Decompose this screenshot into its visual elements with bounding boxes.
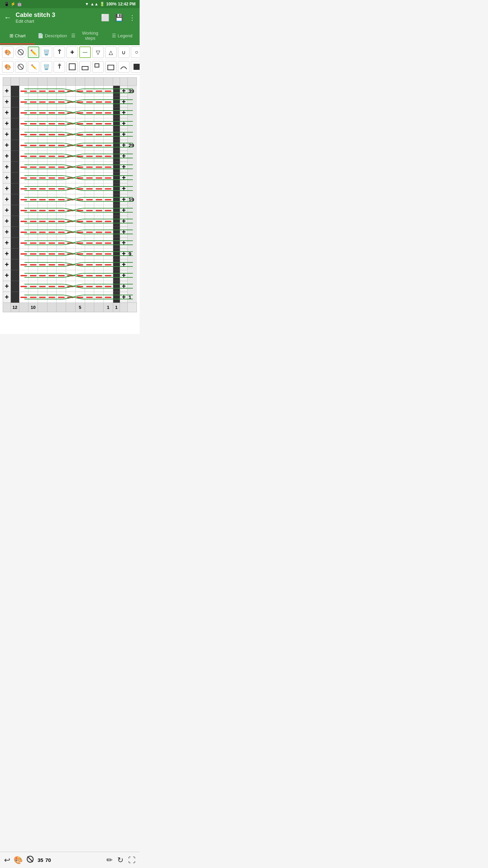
- stitch-cell[interactable]: [85, 227, 94, 238]
- stitch-cell[interactable]: [28, 227, 38, 238]
- stitch-cell[interactable]: [66, 151, 76, 162]
- u-shape-button[interactable]: ∪: [118, 46, 129, 58]
- stitch-cell[interactable]: [103, 140, 113, 151]
- stitch-cell[interactable]: [47, 238, 57, 249]
- stitch-cell[interactable]: [38, 118, 47, 129]
- stitch-cell[interactable]: [19, 118, 28, 129]
- stitch-cell[interactable]: [38, 97, 47, 107]
- plus-right[interactable]: +: [120, 151, 128, 162]
- stitch-cell[interactable]: [57, 205, 66, 216]
- stitch-cell[interactable]: [38, 107, 47, 118]
- stitch-cell[interactable]: [19, 194, 28, 205]
- stitch-cell[interactable]: [47, 183, 57, 194]
- plus-left[interactable]: +: [3, 173, 11, 183]
- stitch-cell[interactable]: [28, 118, 38, 129]
- stitch-cell[interactable]: [19, 173, 28, 183]
- stitch-cell[interactable]: [38, 270, 47, 281]
- plus-left[interactable]: +: [3, 107, 11, 118]
- stitch-cell[interactable]: [75, 140, 85, 151]
- stitch-cell[interactable]: [103, 162, 113, 173]
- stitch-cell[interactable]: [94, 118, 104, 129]
- stitch-cell[interactable]: [38, 238, 47, 249]
- delete-button[interactable]: 🗑️: [41, 46, 52, 58]
- stitch-cell[interactable]: [75, 86, 85, 97]
- stitch-cell[interactable]: [103, 173, 113, 183]
- stitch-cell[interactable]: [94, 259, 104, 270]
- stitch-cell[interactable]: [57, 140, 66, 151]
- stitch-cell[interactable]: [47, 292, 57, 303]
- stitch-cell[interactable]: [94, 129, 104, 140]
- stitch-cell[interactable]: [75, 249, 85, 259]
- stitch-cell[interactable]: [66, 194, 76, 205]
- stitch-cell[interactable]: [19, 227, 28, 238]
- stitch-cell[interactable]: [38, 216, 47, 227]
- stitch-cell[interactable]: [66, 86, 76, 97]
- stitch-cell[interactable]: [28, 162, 38, 173]
- plus-left[interactable]: +: [3, 259, 11, 270]
- chart-area[interactable]: ++39++++++++++29++++++++++19++++++++++9+…: [0, 75, 140, 334]
- stitch-cell[interactable]: [57, 292, 66, 303]
- stitch-cell[interactable]: [19, 238, 28, 249]
- rect-full-button[interactable]: [131, 61, 140, 73]
- stitch-cell[interactable]: [66, 183, 76, 194]
- color-palette2-button[interactable]: 🎨: [2, 61, 14, 73]
- save-icon[interactable]: 💾: [115, 14, 123, 22]
- stitch-cell[interactable]: [94, 270, 104, 281]
- dash-button[interactable]: —: [79, 46, 91, 58]
- stitch-cell[interactable]: [28, 249, 38, 259]
- stitch-cell[interactable]: [85, 162, 94, 173]
- stitch-cell[interactable]: [47, 173, 57, 183]
- stitch-cell[interactable]: [75, 238, 85, 249]
- stitch-cell[interactable]: [66, 162, 76, 173]
- back-button[interactable]: ←: [4, 13, 12, 22]
- plus-right[interactable]: +: [120, 292, 128, 303]
- stitch-cell[interactable]: [38, 129, 47, 140]
- stitch-cell[interactable]: [103, 129, 113, 140]
- rect-open-button[interactable]: [66, 61, 78, 73]
- stitch-cell[interactable]: [75, 162, 85, 173]
- plus-left[interactable]: +: [3, 129, 11, 140]
- stitch-cell[interactable]: [85, 107, 94, 118]
- stitch-cell[interactable]: [28, 107, 38, 118]
- plus-right[interactable]: +: [120, 129, 128, 140]
- rect-bottom-button[interactable]: [79, 61, 91, 73]
- stitch-cell[interactable]: [19, 97, 28, 107]
- plus-left[interactable]: +: [3, 86, 11, 97]
- plus-left[interactable]: +: [3, 205, 11, 216]
- plus-left[interactable]: +: [3, 118, 11, 129]
- no-color-button[interactable]: [15, 46, 26, 58]
- stitch-cell[interactable]: [28, 281, 38, 292]
- stitch-cell[interactable]: [47, 86, 57, 97]
- stitch-cell[interactable]: [85, 205, 94, 216]
- plus-left[interactable]: +: [3, 162, 11, 173]
- stitch-cell[interactable]: [28, 129, 38, 140]
- stitch-cell[interactable]: [47, 270, 57, 281]
- stitch-cell[interactable]: [85, 238, 94, 249]
- stitch-cell[interactable]: [103, 249, 113, 259]
- stitch-cell[interactable]: [57, 238, 66, 249]
- stitch-cell[interactable]: [28, 216, 38, 227]
- stitch-cell[interactable]: [38, 205, 47, 216]
- stitch-cell[interactable]: [103, 107, 113, 118]
- stitch-cell[interactable]: [85, 118, 94, 129]
- stitch-cell[interactable]: [75, 118, 85, 129]
- tab-description[interactable]: 📄 Description: [35, 27, 70, 44]
- stitch-cell[interactable]: [28, 173, 38, 183]
- stitch-cell[interactable]: [47, 162, 57, 173]
- plus-right[interactable]: +: [120, 216, 128, 227]
- stitch-cell[interactable]: [94, 281, 104, 292]
- stitch-cell[interactable]: [38, 183, 47, 194]
- stitch-cell[interactable]: [38, 86, 47, 97]
- plus-right[interactable]: +: [120, 162, 128, 173]
- plus-right[interactable]: +: [120, 107, 128, 118]
- stitch-cell[interactable]: [57, 281, 66, 292]
- tab-chart[interactable]: ⊞ Chart: [0, 27, 35, 44]
- stitch-cell[interactable]: [66, 238, 76, 249]
- stitch-cell[interactable]: [85, 216, 94, 227]
- no-color2-button[interactable]: [15, 61, 26, 73]
- stitch-cell[interactable]: [85, 292, 94, 303]
- stitch-cell[interactable]: [19, 140, 28, 151]
- stitch-cell[interactable]: [85, 97, 94, 107]
- plus-left[interactable]: +: [3, 194, 11, 205]
- stitch-cell[interactable]: [75, 194, 85, 205]
